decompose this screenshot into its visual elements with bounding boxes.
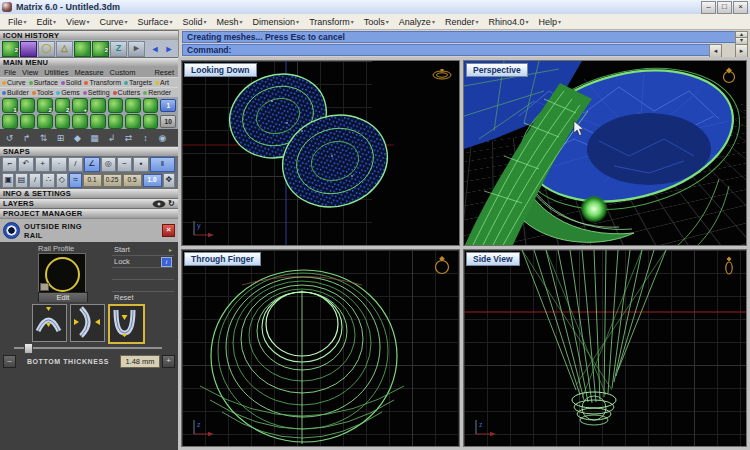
command-input-line[interactable]: Command:	[182, 44, 710, 56]
transform-tool-icon[interactable]: ⇅	[36, 131, 51, 145]
profile-style-u-button-selected[interactable]	[108, 304, 145, 344]
builder-tool-icon[interactable]	[125, 98, 141, 113]
history-icon-cone[interactable]: △	[56, 41, 73, 57]
builder-tool-icon[interactable]: 2	[37, 98, 53, 113]
builder-tool-icon[interactable]	[108, 114, 124, 129]
viewport-looking-down[interactable]: y Looking Down	[181, 60, 460, 246]
snap-button[interactable]: ∴	[42, 173, 54, 188]
thickness-increase-button[interactable]: +	[162, 355, 175, 368]
history-icon-sweep[interactable]	[74, 41, 91, 57]
menu-file[interactable]: File▾	[4, 16, 33, 28]
viewport-through-finger[interactable]: z Through Finger	[181, 249, 460, 447]
builder-tool-icon[interactable]	[72, 114, 88, 129]
mm-measure[interactable]: Measure	[74, 68, 103, 77]
transform-tool-icon[interactable]: ↕	[138, 131, 153, 145]
snap-button[interactable]: ↶	[18, 157, 33, 172]
snap-button[interactable]: ▪	[133, 157, 148, 172]
project-manager-header[interactable]: PROJECT MANAGER	[0, 208, 178, 218]
mm-utilities[interactable]: Utilities	[44, 68, 68, 77]
snap-pause-button[interactable]: ‖	[150, 157, 175, 172]
profile-style-arch-button[interactable]	[32, 304, 67, 342]
thickness-slider-handle[interactable]	[24, 343, 33, 354]
builder-tool-icon[interactable]	[2, 114, 18, 129]
eye-icon[interactable]	[152, 200, 166, 208]
transform-tool-icon[interactable]: ↲	[104, 131, 119, 145]
snap-increment-01[interactable]: 0.1	[83, 174, 102, 187]
ring-top-view-icon[interactable]	[431, 66, 453, 82]
menu-solid[interactable]: Solid▾	[179, 16, 213, 28]
snap-button[interactable]: /	[68, 157, 83, 172]
menu-transform[interactable]: Transform▾	[305, 16, 360, 28]
builder-tool-icon[interactable]: +	[72, 98, 88, 113]
layers-header[interactable]: LAYERS ↻	[0, 198, 178, 208]
snap-button[interactable]: −	[117, 157, 132, 172]
menu-surface[interactable]: Surface▾	[133, 16, 178, 28]
snap-button[interactable]: ·	[51, 157, 66, 172]
snap-move-button[interactable]: ✥	[163, 173, 175, 188]
transform-tool-icon[interactable]: ↱	[19, 131, 34, 145]
tab-setting[interactable]: Setting	[83, 89, 110, 96]
tab-builder[interactable]: Builder	[2, 89, 29, 96]
menu-analyze[interactable]: Analyze▾	[395, 16, 441, 28]
snap-button[interactable]: +	[35, 157, 50, 172]
builder-tool-icon[interactable]	[37, 114, 53, 129]
snap-button-active[interactable]: ≈	[69, 173, 81, 188]
history-icon-builder[interactable]: 2	[2, 41, 19, 57]
tab-curve[interactable]: Curve	[2, 79, 26, 86]
start-row[interactable]: Start▸	[112, 244, 174, 256]
viewport-label-through-finger[interactable]: Through Finger	[184, 252, 261, 266]
thickness-value-field[interactable]: 1.48 mm	[120, 355, 160, 368]
close-button[interactable]: ×	[733, 1, 748, 14]
transform-tool-icon[interactable]: ▦	[87, 131, 102, 145]
tab-tools[interactable]: Tools	[32, 89, 53, 96]
transform-tool-icon[interactable]: ◉	[155, 131, 170, 145]
menu-edit[interactable]: Edit▾	[33, 16, 63, 28]
info-settings-header[interactable]: INFO & SETTINGS	[0, 188, 178, 198]
menu-tools[interactable]: Tools▾	[360, 16, 395, 28]
builder-tool-icon[interactable]	[143, 98, 159, 113]
builder-counter-chip[interactable]: 10	[160, 115, 176, 128]
snap-increment-10-active[interactable]: 1.0	[143, 174, 162, 187]
mm-file[interactable]: File	[4, 68, 16, 77]
rail-profile-thumbnail[interactable]	[38, 253, 86, 293]
builder-tool-icon[interactable]	[125, 114, 141, 129]
menu-curve[interactable]: Curve▾	[95, 16, 133, 28]
snap-button[interactable]: ◇	[56, 173, 68, 188]
viewport-label-side-view[interactable]: Side View	[466, 252, 520, 266]
ring-perspective-icon[interactable]	[718, 66, 740, 84]
transform-tool-icon[interactable]: ↺	[2, 131, 17, 145]
menu-help[interactable]: Help▾	[534, 16, 567, 28]
history-icon-pointer[interactable]: ►	[128, 41, 145, 57]
viewport-side-view[interactable]: z Side View	[463, 249, 747, 447]
snap-increment-05[interactable]: 0.5	[123, 174, 142, 187]
transform-tool-icon[interactable]: ⇄	[121, 131, 136, 145]
tab-art[interactable]: Art	[155, 79, 169, 86]
project-item-outside-ring[interactable]: OUTSIDE RING RAIL ×	[0, 218, 178, 242]
history-icon-cylinder[interactable]	[20, 41, 37, 57]
tab-surface[interactable]: Surface	[29, 79, 58, 86]
menu-mesh[interactable]: Mesh▾	[213, 16, 249, 28]
lock-row[interactable]: Locki	[112, 256, 174, 268]
builder-tool-icon[interactable]: 1	[2, 98, 18, 113]
viewport-label-perspective[interactable]: Perspective	[466, 63, 528, 77]
command-nav-right[interactable]: ▸	[735, 44, 748, 58]
delete-part-button[interactable]: ×	[162, 224, 175, 237]
tab-transform[interactable]: Transform	[84, 79, 121, 86]
history-back-arrow[interactable]: ◄	[148, 43, 162, 55]
builder-tool-icon[interactable]	[20, 114, 36, 129]
mm-reset[interactable]: Reset	[154, 68, 174, 77]
viewport-perspective[interactable]: Perspective	[463, 60, 747, 246]
history-icon-curve-z[interactable]: Z	[110, 41, 127, 57]
ring-side-view-icon[interactable]	[718, 255, 740, 277]
menu-dimension[interactable]: Dimension▾	[249, 16, 306, 28]
viewport-label-looking-down[interactable]: Looking Down	[184, 63, 257, 77]
history-icon-circle[interactable]: ◯	[38, 41, 55, 57]
thickness-slider-track[interactable]	[14, 347, 162, 349]
snap-button[interactable]: ▣	[2, 173, 14, 188]
history-icon-rail[interactable]: 2	[92, 41, 109, 57]
history-forward-arrow[interactable]: ►	[162, 43, 176, 55]
snap-button[interactable]: ▤	[15, 173, 27, 188]
restore-button[interactable]: □	[717, 1, 732, 14]
builder-tool-icon[interactable]	[90, 98, 106, 113]
command-nav-left[interactable]: ◂	[709, 44, 722, 58]
